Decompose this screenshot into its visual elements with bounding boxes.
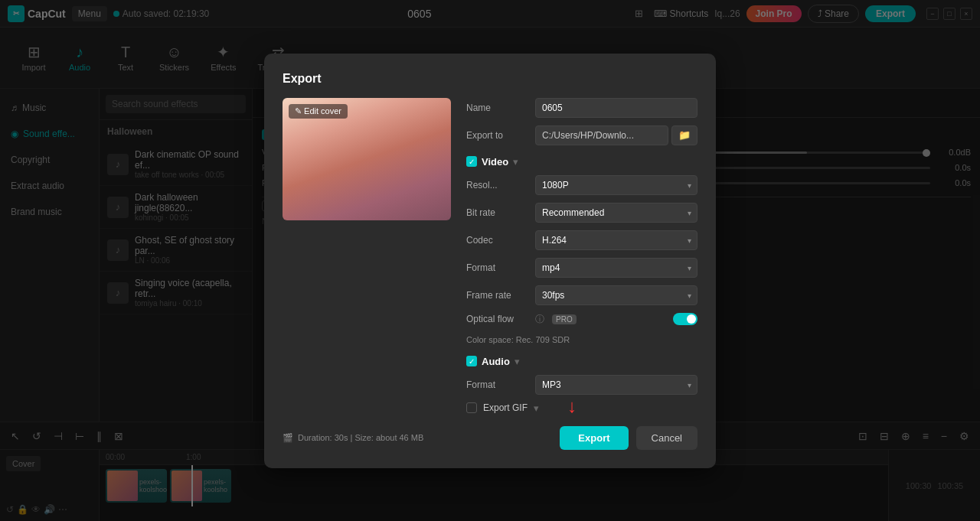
export-gif-label: Export GIF — [483, 402, 528, 413]
optical-flow-toggle[interactable] — [673, 313, 697, 325]
framerate-row: Frame rate 24fps 25fps 30fps 60fps — [466, 285, 697, 305]
codec-select[interactable]: H.264 H.265 VP9 — [535, 230, 697, 250]
color-space-row: Color space: Rec. 709 SDR — [466, 334, 697, 345]
name-input[interactable] — [535, 98, 697, 118]
toggle-knob — [687, 314, 696, 324]
audio-format-label: Format — [466, 379, 528, 390]
format-row: Format mp4 mov avi webm — [466, 258, 697, 278]
optical-flow-label: Optical flow — [466, 314, 528, 324]
video-check-icon: ✓ — [466, 156, 477, 167]
export-preview: ✎ Edit cover — [283, 98, 451, 414]
bitrate-row: Bit rate Low Recommended High — [466, 203, 697, 223]
cancel-button[interactable]: Cancel — [636, 426, 697, 450]
format-dropdown-wrapper: mp4 mov avi webm — [535, 258, 697, 278]
name-label: Name — [466, 103, 528, 113]
arrow-indicator: ↓ — [567, 396, 577, 417]
audio-section-header: ✓ Audio ▾ — [466, 356, 697, 367]
export-footer: 🎬 Duration: 30s | Size: about 46 MB ↓ Ex… — [283, 426, 697, 450]
film-icon: 🎬 — [283, 433, 293, 443]
video-section-header: ✓ Video ▾ — [466, 156, 697, 168]
codec-row: Codec H.264 H.265 VP9 — [466, 230, 697, 250]
audio-format-dropdown-wrapper: MP3 AAC WAV — [535, 375, 697, 395]
framerate-label: Frame rate — [466, 290, 528, 301]
modal-overlay: Export ✎ Edit cover Name Export to — [0, 0, 980, 521]
framerate-dropdown-wrapper: 24fps 25fps 30fps 60fps — [535, 285, 697, 305]
export-form: Name Export to 📁 ✓ Video ▾ — [466, 98, 697, 414]
edit-cover-button[interactable]: ✎ Edit cover — [289, 104, 348, 119]
resolution-label: Resol... — [466, 180, 528, 190]
video-chevron-icon: ▾ — [513, 156, 518, 168]
export-modal-body: ✎ Edit cover Name Export to 📁 — [283, 98, 697, 414]
export-to-row: Export to 📁 — [466, 125, 697, 145]
framerate-select[interactable]: 24fps 25fps 30fps 60fps — [535, 285, 697, 305]
export-to-label: Export to — [466, 130, 528, 141]
footer-buttons: ↓ Export Cancel — [560, 426, 697, 450]
audio-format-row: Format MP3 AAC WAV — [466, 375, 697, 395]
export-path-wrapper: 📁 — [535, 125, 697, 145]
audio-check-icon: ✓ — [466, 356, 477, 366]
name-row: Name — [466, 98, 697, 118]
duration-size-text: Duration: 30s | Size: about 46 MB — [298, 433, 423, 442]
export-gif-checkbox[interactable] — [466, 402, 477, 413]
bitrate-dropdown-wrapper: Low Recommended High — [535, 203, 697, 223]
codec-label: Codec — [466, 235, 528, 246]
resolution-select[interactable]: 720P 1080P 2K 4K — [535, 175, 697, 195]
audio-format-select[interactable]: MP3 AAC WAV — [535, 375, 697, 395]
preview-image: ✎ Edit cover — [283, 98, 451, 220]
bitrate-label: Bit rate — [466, 207, 528, 218]
export-modal: Export ✎ Edit cover Name Export to — [264, 54, 716, 468]
export-path-input[interactable] — [535, 125, 668, 145]
audio-chevron-icon: ▾ — [514, 356, 520, 367]
footer-info: 🎬 Duration: 30s | Size: about 46 MB — [283, 433, 423, 443]
export-gif-info-icon: ▾ — [534, 402, 539, 414]
resolution-dropdown-wrapper: 720P 1080P 2K 4K — [535, 175, 697, 195]
optical-flow-pro-badge: PRO — [552, 314, 577, 324]
format-label: Format — [466, 262, 528, 273]
optical-flow-row: Optical flow ⓘ PRO — [466, 313, 697, 326]
optical-flow-info-icon: ⓘ — [535, 313, 544, 326]
export-gif-row: Export GIF ▾ — [466, 402, 697, 414]
format-select[interactable]: mp4 mov avi webm — [535, 258, 697, 278]
color-space-text: Color space: Rec. 709 SDR — [466, 335, 570, 344]
resolution-row: Resol... 720P 1080P 2K 4K — [466, 175, 697, 195]
export-modal-button[interactable]: Export — [560, 426, 628, 450]
audio-section-title: Audio — [482, 356, 510, 367]
codec-dropdown-wrapper: H.264 H.265 VP9 — [535, 230, 697, 250]
bitrate-select[interactable]: Low Recommended High — [535, 203, 697, 223]
video-section-title: Video — [482, 156, 508, 168]
folder-browse-button[interactable]: 📁 — [671, 125, 697, 145]
export-modal-title: Export — [283, 72, 697, 86]
